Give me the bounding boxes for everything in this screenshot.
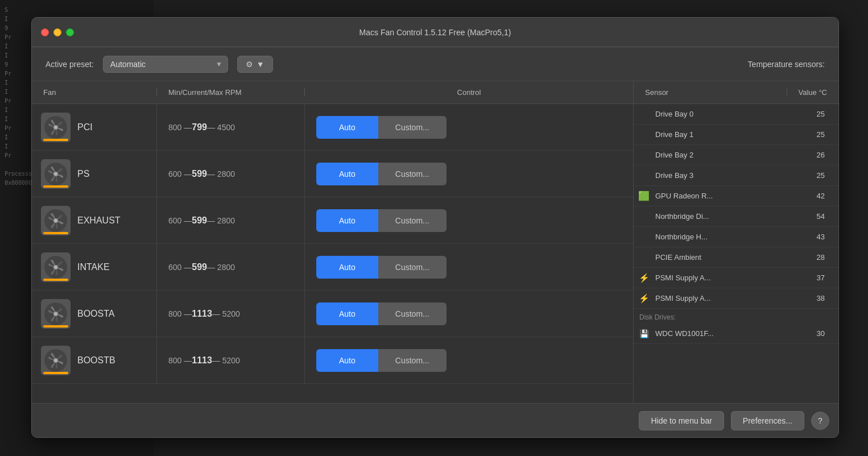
fan-custom-btn-pci[interactable]: Custom... xyxy=(378,116,447,139)
fan-label-intake: INTAKE xyxy=(77,262,110,272)
gear-button[interactable]: ⚙ ▼ xyxy=(237,56,273,73)
sensor-row-drive-bay-0: Drive Bay 0 25 xyxy=(634,104,838,125)
disk-icon: 💾 xyxy=(639,329,649,338)
fan-bar-intake xyxy=(43,279,68,281)
sensor-value-gpu-radeon: 42 xyxy=(802,192,836,200)
minimize-button[interactable] xyxy=(53,28,61,36)
sensor-row-northbridge-di: Northbridge Di... 54 xyxy=(634,206,838,227)
fan-label-ps: PS xyxy=(77,169,89,179)
fan-auto-btn-ps[interactable]: Auto xyxy=(316,163,378,185)
preferences-button[interactable]: Preferences... xyxy=(731,411,804,430)
sensor-name-psmi-supply-a1: PSMI Supply A... xyxy=(652,273,802,282)
sensors-list: Drive Bay 0 25 Drive Bay 1 25 Drive Bay … xyxy=(634,104,838,403)
main-body: Fan Min/Current/Max RPM Control PCI xyxy=(32,81,838,403)
sensor-value-drive-bay-2: 26 xyxy=(802,151,836,159)
fan-current-pci: 799 xyxy=(192,122,207,132)
content-area: Active preset: Automatic ▼ ⚙ ▼ Temperatu… xyxy=(32,47,838,437)
bottom-bar: Hide to menu bar Preferences... ? xyxy=(32,403,838,437)
bolt-icon: ⚡ xyxy=(639,273,650,283)
sensor-name-drive-bay-0: Drive Bay 0 xyxy=(652,110,802,118)
fans-table-header: Fan Min/Current/Max RPM Control xyxy=(32,81,633,104)
sensor-row-psmi-supply-a1: ⚡ PSMI Supply A... 37 xyxy=(634,268,838,288)
fan-control-cell-boosta: Auto Custom... xyxy=(305,291,633,337)
sensor-icon-psmi-supply-a2: ⚡ xyxy=(636,293,652,304)
fan-control-cell-boostb: Auto Custom... xyxy=(305,337,633,383)
fan-label-exhaust: EXHAUST xyxy=(77,215,121,226)
fan-row-intake: INTAKE 600 — 599 — 2800 Auto Custom... xyxy=(32,244,633,291)
fan-control-cell-intake: Auto Custom... xyxy=(305,244,633,290)
fan-bar-boosta xyxy=(43,325,68,328)
sensor-name-wdc-wd1001f: WDC WD1001F... xyxy=(652,329,802,338)
svg-point-19 xyxy=(55,313,57,315)
fan-min-exhaust: 600 — xyxy=(168,216,192,225)
fan-max-ps: — 2800 xyxy=(207,169,235,179)
preset-dropdown-wrapper: Automatic ▼ xyxy=(103,56,228,73)
fan-custom-btn-ps[interactable]: Custom... xyxy=(378,163,447,185)
fan-icon-cell-pci: PCI xyxy=(32,104,157,150)
top-bar: Active preset: Automatic ▼ ⚙ ▼ Temperatu… xyxy=(32,47,838,81)
window-title: Macs Fan Control 1.5.12 Free (MacPro5,1) xyxy=(359,28,511,37)
fan-min-ps: 600 — xyxy=(168,169,192,179)
fan-auto-btn-boostb[interactable]: Auto xyxy=(316,349,378,372)
sensor-row-psmi-supply-a2: ⚡ PSMI Supply A... 38 xyxy=(634,288,838,309)
fan-custom-btn-intake[interactable]: Custom... xyxy=(378,256,447,279)
fan-custom-btn-exhaust[interactable]: Custom... xyxy=(378,209,447,232)
fan-current-ps: 599 xyxy=(192,169,207,179)
fan-row-boostb: BOOSTB 800 — 1113 — 5200 Auto Custom... xyxy=(32,337,633,384)
fan-icon-cell-intake: INTAKE xyxy=(32,244,157,290)
fan-max-boosta: — 5200 xyxy=(212,309,240,318)
sensor-name-drive-bay-3: Drive Bay 3 xyxy=(652,171,802,180)
sensor-row-northbridge-h: Northbridge H... 43 xyxy=(634,227,838,247)
fan-label-boosta: BOOSTA xyxy=(77,309,115,319)
fan-control-cell-exhaust: Auto Custom... xyxy=(305,197,633,243)
fan-max-pci: — 4500 xyxy=(207,123,235,132)
fan-icon-cell-ps: PS xyxy=(32,151,157,197)
sensor-value-drive-bay-1: 25 xyxy=(802,130,836,139)
fan-icon-exhaust xyxy=(41,206,71,235)
sensor-row-drive-bay-2: Drive Bay 2 26 xyxy=(634,145,838,165)
fan-icon-cell-boostb: BOOSTB xyxy=(32,337,157,383)
fan-bar-boostb xyxy=(43,372,68,374)
active-preset-label: Active preset: xyxy=(46,60,94,69)
fan-auto-btn-exhaust[interactable]: Auto xyxy=(316,209,378,232)
fan-current-boosta: 1113 xyxy=(192,309,212,319)
gear-dropdown-arrow: ▼ xyxy=(257,60,264,69)
fan-label-boostb: BOOSTB xyxy=(77,355,115,366)
sensor-value-psmi-supply-a2: 38 xyxy=(802,294,836,302)
fan-max-exhaust: — 2800 xyxy=(207,216,235,225)
fans-panel: Fan Min/Current/Max RPM Control PCI xyxy=(32,81,634,403)
fan-rpm-cell-boosta: 800 — 1113 — 5200 xyxy=(157,291,305,337)
fan-icon-boostb xyxy=(41,346,71,375)
fan-row-boosta: BOOSTA 800 — 1113 — 5200 Auto Custom... xyxy=(32,291,633,337)
fan-auto-btn-intake[interactable]: Auto xyxy=(316,256,378,279)
fan-row-ps: PS 600 — 599 — 2800 Auto Custom... xyxy=(32,151,633,197)
fan-custom-btn-boostb[interactable]: Custom... xyxy=(378,349,447,372)
sensor-row-drive-bay-1: Drive Bay 1 25 xyxy=(634,125,838,145)
sensor-row-pcie-ambient: PCIE Ambient 28 xyxy=(634,247,838,268)
col-sensor-header: Sensor xyxy=(634,88,787,97)
col-value-header: Value °C xyxy=(787,88,838,97)
maximize-button[interactable] xyxy=(66,28,74,36)
gpu-icon: 🟩 xyxy=(638,190,650,201)
fan-bar-ps xyxy=(43,185,68,188)
fan-auto-btn-pci[interactable]: Auto xyxy=(316,116,378,139)
fan-auto-btn-boosta[interactable]: Auto xyxy=(316,302,378,325)
sensor-name-drive-bay-1: Drive Bay 1 xyxy=(652,130,802,139)
help-button[interactable]: ? xyxy=(811,412,829,430)
sensor-icon-wdc-wd1001f: 💾 xyxy=(636,329,652,338)
col-rpm-header: Min/Current/Max RPM xyxy=(157,88,305,97)
fan-min-intake: 600 — xyxy=(168,263,192,272)
svg-point-3 xyxy=(55,126,57,128)
fan-min-boosta: 800 — xyxy=(168,309,192,318)
sensor-row-gpu-radeon: 🟩 GPU Radeon R... 42 xyxy=(634,186,838,206)
fan-icon-ps xyxy=(41,159,71,189)
hide-to-menubar-button[interactable]: Hide to menu bar xyxy=(639,411,724,430)
fan-rpm-cell-ps: 600 — 599 — 2800 xyxy=(157,151,305,197)
sensor-row-drive-bay-3: Drive Bay 3 25 xyxy=(634,165,838,186)
sensor-value-wdc-wd1001f: 30 xyxy=(802,329,836,338)
fan-current-exhaust: 599 xyxy=(192,215,207,226)
sensor-icon-gpu-radeon: 🟩 xyxy=(636,190,652,201)
preset-dropdown[interactable]: Automatic xyxy=(103,56,228,73)
close-button[interactable] xyxy=(41,28,49,36)
fan-custom-btn-boosta[interactable]: Custom... xyxy=(378,302,447,325)
